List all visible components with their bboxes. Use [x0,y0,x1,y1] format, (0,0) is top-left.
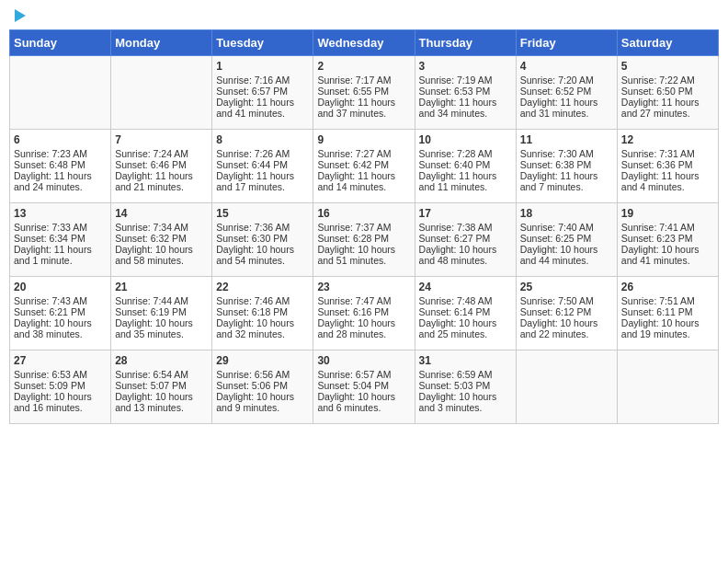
day-cell: 28Sunrise: 6:54 AMSunset: 5:07 PMDayligh… [111,350,212,424]
sunrise-text: Sunrise: 7:51 AM [621,295,695,306]
day-cell: 20Sunrise: 7:43 AMSunset: 6:21 PMDayligh… [10,277,111,350]
sunset-text: Sunset: 6:40 PM [419,159,491,170]
daylight-text: Daylight: 11 hours and 7 minutes. [520,170,598,192]
sunset-text: Sunset: 5:03 PM [419,380,491,391]
col-sunday: Sunday [10,30,111,56]
day-cell: 14Sunrise: 7:34 AMSunset: 6:32 PMDayligh… [111,203,212,277]
day-number: 21 [115,281,208,293]
daylight-text: Daylight: 11 hours and 4 minutes. [621,170,700,192]
daylight-text: Daylight: 10 hours and 6 minutes. [317,391,395,413]
day-number: 30 [317,354,410,367]
sunset-text: Sunset: 6:27 PM [419,233,491,244]
day-number: 18 [520,207,613,220]
day-cell: 1Sunrise: 7:16 AMSunset: 6:57 PMDaylight… [212,56,313,130]
day-number: 10 [419,133,512,146]
day-cell: 13Sunrise: 7:33 AMSunset: 6:34 PMDayligh… [10,203,111,277]
logo-arrow-icon [15,9,26,22]
day-number: 28 [115,354,208,367]
sunset-text: Sunset: 6:23 PM [621,233,693,244]
daylight-text: Daylight: 10 hours and 35 minutes. [115,317,193,339]
col-saturday: Saturday [617,30,718,56]
daylight-text: Daylight: 11 hours and 1 minute. [14,244,92,266]
sunset-text: Sunset: 6:57 PM [216,86,288,97]
sunrise-text: Sunrise: 7:33 AM [14,222,87,233]
day-number: 5 [621,60,714,73]
daylight-text: Daylight: 11 hours and 24 minutes. [14,170,92,192]
daylight-text: Daylight: 10 hours and 28 minutes. [317,317,395,339]
day-cell: 27Sunrise: 6:53 AMSunset: 5:09 PMDayligh… [10,350,111,424]
col-tuesday: Tuesday [212,30,313,56]
sunset-text: Sunset: 6:46 PM [115,159,187,170]
sunrise-text: Sunrise: 7:17 AM [317,75,391,86]
sunset-text: Sunset: 6:38 PM [520,159,592,170]
sunset-text: Sunset: 6:30 PM [216,233,288,244]
daylight-text: Daylight: 10 hours and 3 minutes. [419,391,497,413]
day-cell: 9Sunrise: 7:27 AMSunset: 6:42 PMDaylight… [313,130,415,203]
sunset-text: Sunset: 6:28 PM [317,233,389,244]
sunset-text: Sunset: 6:16 PM [317,306,389,317]
day-number: 23 [317,281,410,293]
daylight-text: Daylight: 10 hours and 19 minutes. [621,317,700,339]
week-row-2: 6Sunrise: 7:23 AMSunset: 6:48 PMDaylight… [10,130,719,203]
sunset-text: Sunset: 6:25 PM [520,233,592,244]
sunrise-text: Sunrise: 7:24 AM [115,148,188,159]
daylight-text: Daylight: 11 hours and 34 minutes. [419,97,497,119]
daylight-text: Daylight: 11 hours and 17 minutes. [216,170,294,192]
sunrise-text: Sunrise: 7:34 AM [115,222,188,233]
day-cell [10,56,111,130]
sunset-text: Sunset: 6:52 PM [520,86,592,97]
sunrise-text: Sunrise: 7:19 AM [419,75,493,86]
week-row-3: 13Sunrise: 7:33 AMSunset: 6:34 PMDayligh… [10,203,719,277]
sunset-text: Sunset: 6:21 PM [14,306,85,317]
sunset-text: Sunset: 6:44 PM [216,159,288,170]
sunrise-text: Sunrise: 7:16 AM [216,75,290,86]
day-number: 24 [419,281,512,293]
header-row: Sunday Monday Tuesday Wednesday Thursday… [10,30,719,56]
sunrise-text: Sunrise: 7:28 AM [419,148,493,159]
col-thursday: Thursday [415,30,516,56]
day-cell: 5Sunrise: 7:22 AMSunset: 6:50 PMDaylight… [617,56,718,130]
sunrise-text: Sunrise: 7:48 AM [419,295,493,306]
daylight-text: Daylight: 10 hours and 48 minutes. [419,244,497,266]
sunset-text: Sunset: 6:14 PM [419,306,491,317]
day-number: 9 [317,133,410,146]
day-cell: 30Sunrise: 6:57 AMSunset: 5:04 PMDayligh… [313,350,415,424]
logo [13,9,26,22]
day-cell [111,56,212,130]
sunset-text: Sunset: 6:42 PM [317,159,389,170]
sunrise-text: Sunrise: 7:41 AM [621,222,695,233]
col-friday: Friday [516,30,617,56]
sunrise-text: Sunrise: 7:27 AM [317,148,391,159]
sunset-text: Sunset: 5:06 PM [216,380,288,391]
day-number: 25 [520,281,613,293]
col-monday: Monday [111,30,212,56]
sunset-text: Sunset: 6:55 PM [317,86,389,97]
sunset-text: Sunset: 6:11 PM [621,306,693,317]
sunrise-text: Sunrise: 7:20 AM [520,75,594,86]
day-number: 6 [14,133,107,146]
day-cell: 22Sunrise: 7:46 AMSunset: 6:18 PMDayligh… [212,277,313,350]
sunrise-text: Sunrise: 6:54 AM [115,369,188,380]
daylight-text: Daylight: 11 hours and 11 minutes. [419,170,497,192]
day-number: 2 [317,60,410,73]
daylight-text: Daylight: 10 hours and 44 minutes. [520,244,598,266]
sunset-text: Sunset: 6:36 PM [621,159,693,170]
week-row-5: 27Sunrise: 6:53 AMSunset: 5:09 PMDayligh… [10,350,719,424]
day-number: 17 [419,207,512,220]
daylight-text: Daylight: 10 hours and 38 minutes. [14,317,92,339]
sunrise-text: Sunrise: 7:30 AM [520,148,594,159]
day-number: 19 [621,207,714,220]
daylight-text: Daylight: 11 hours and 31 minutes. [520,97,598,119]
day-number: 15 [216,207,309,220]
week-row-1: 1Sunrise: 7:16 AMSunset: 6:57 PMDaylight… [10,56,719,130]
day-number: 27 [14,354,107,367]
day-number: 20 [14,281,107,293]
day-number: 1 [216,60,309,73]
day-number: 12 [621,133,714,146]
sunrise-text: Sunrise: 6:56 AM [216,369,290,380]
sunrise-text: Sunrise: 7:37 AM [317,222,391,233]
daylight-text: Daylight: 10 hours and 25 minutes. [419,317,497,339]
sunrise-text: Sunrise: 7:40 AM [520,222,594,233]
day-cell: 6Sunrise: 7:23 AMSunset: 6:48 PMDaylight… [10,130,111,203]
day-cell [617,350,718,424]
